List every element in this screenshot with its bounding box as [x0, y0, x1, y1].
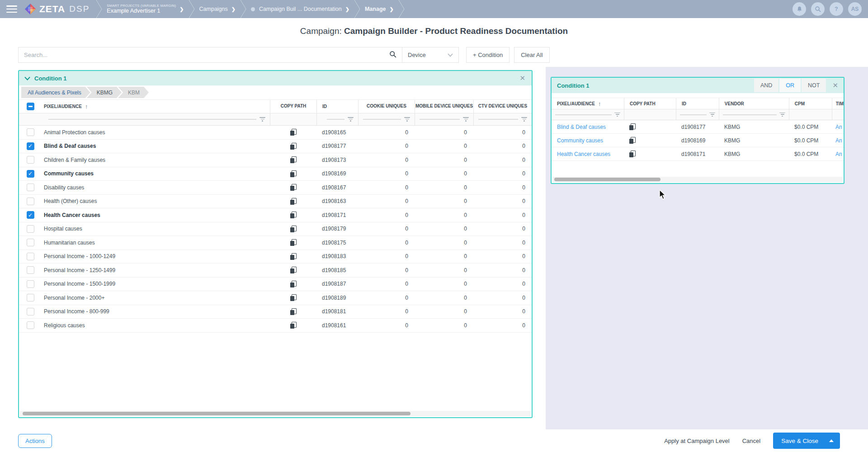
copy-path-icon[interactable] [290, 239, 297, 246]
select-all-checkbox[interactable] [27, 103, 34, 110]
scrollbar-thumb[interactable] [554, 178, 660, 181]
column-vendor[interactable]: VENDOR [719, 98, 789, 109]
table-row[interactable]: Blind & Deaf causesd1908177000 [19, 140, 532, 154]
column-pixel-audience[interactable]: PIXEL/AUDIENCE ↑ [552, 98, 624, 109]
filter-input[interactable] [327, 119, 344, 120]
filter-input[interactable] [420, 119, 460, 120]
row-checkbox[interactable] [27, 184, 34, 191]
pixel-audience-link[interactable]: Health Cancer causes [552, 147, 624, 160]
sort-ascending-icon[interactable]: ↑ [598, 100, 601, 107]
table-row[interactable]: Health Cancer causesd1908171KBMG$0.0 CPM… [552, 147, 844, 161]
row-checkbox[interactable] [27, 128, 34, 136]
scrollbar-thumb[interactable] [23, 412, 410, 415]
copy-path-icon[interactable] [290, 322, 297, 329]
row-checkbox[interactable] [27, 308, 34, 315]
copy-path-icon[interactable] [290, 184, 297, 191]
breadcrumb-campaign-doc[interactable]: Campaign Buil ... Documentation ❯ [251, 6, 349, 12]
table-row[interactable]: Personal Income - 1000-1249d1908183000 [19, 250, 532, 264]
filter-icon[interactable] [779, 113, 785, 117]
copy-path-icon[interactable] [290, 308, 297, 315]
column-id[interactable]: ID [676, 98, 719, 109]
row-checkbox[interactable] [27, 198, 34, 205]
filter-input[interactable] [48, 119, 256, 120]
filter-icon[interactable] [259, 117, 265, 122]
row-checkbox[interactable] [27, 253, 34, 260]
filter-input[interactable] [363, 119, 401, 120]
row-checkbox[interactable] [27, 225, 34, 233]
table-row[interactable]: Hospital causesd1908179000 [19, 222, 532, 236]
copy-path-icon[interactable] [290, 143, 297, 150]
tab-all-audiences[interactable]: All Audiences & Pixels [21, 87, 90, 98]
column-id[interactable]: ID [316, 100, 358, 113]
pixel-audience-link[interactable]: Blind & Deaf causes [552, 120, 624, 133]
row-checkbox[interactable] [27, 294, 34, 301]
copy-path-icon[interactable] [629, 123, 636, 130]
copy-path-icon[interactable] [629, 151, 636, 157]
apply-campaign-level-link[interactable]: Apply at Campaign Level [664, 438, 730, 444]
operator-and-button[interactable]: AND [754, 79, 778, 92]
actions-button[interactable]: Actions [18, 434, 52, 448]
table-row[interactable]: Health (Other) causesd1908163000 [19, 195, 532, 209]
table-row[interactable]: Community causesd1908169000 [19, 167, 532, 181]
close-icon[interactable]: ✕ [513, 74, 532, 82]
copy-path-icon[interactable] [290, 198, 297, 205]
row-checkbox[interactable] [27, 170, 34, 178]
copy-path-icon[interactable] [290, 212, 297, 218]
operator-or-button[interactable]: OR [779, 79, 801, 92]
table-row[interactable]: Blind & Deaf causesd1908177KBMG$0.0 CPMA… [552, 120, 844, 134]
column-mobile-uniques[interactable]: MOBILE DEVICE UNIQUES [415, 100, 473, 113]
search-input[interactable] [19, 52, 389, 58]
row-checkbox[interactable] [27, 156, 34, 164]
clear-all-button[interactable]: Clear All [514, 47, 549, 63]
table-row[interactable]: Health Cancer causesd1908171000 [19, 208, 532, 222]
filter-icon[interactable] [463, 117, 469, 122]
filter-icon[interactable] [348, 117, 354, 122]
pixel-audience-link[interactable]: Community causes [552, 134, 624, 147]
column-ctv-uniques[interactable]: CTV DEVICE UNIQUES [473, 100, 532, 113]
close-icon[interactable]: ✕ [827, 81, 844, 89]
copy-path-icon[interactable] [629, 137, 636, 144]
filter-icon[interactable] [521, 117, 527, 122]
column-tim[interactable]: TIM [832, 98, 844, 109]
row-checkbox[interactable] [27, 211, 34, 219]
table-row[interactable]: Humanitarian causesd1908175000 [19, 236, 532, 250]
zeta-dsp-logo[interactable]: ZETA DSP [24, 3, 90, 15]
notifications-bell-icon[interactable] [793, 2, 806, 16]
table-row[interactable]: Personal Income - 800-999d1908181000 [19, 305, 532, 319]
table-row[interactable]: Community causesd1908169KBMG$0.0 CPMAn [552, 134, 844, 147]
tab-kbm[interactable]: KBM [118, 87, 149, 98]
filter-icon[interactable] [404, 117, 410, 122]
table-row[interactable]: Personal Income - 1250-1499d1908185000 [19, 264, 532, 278]
breadcrumb-campaigns[interactable]: Campaigns ❯ [199, 6, 236, 12]
search-icon[interactable] [389, 51, 396, 60]
horizontal-scrollbar[interactable] [20, 411, 531, 416]
hamburger-menu-icon[interactable] [6, 5, 17, 13]
table-row[interactable]: Personal Income - 2000+d1908189000 [19, 291, 532, 305]
row-checkbox[interactable] [27, 280, 34, 288]
copy-path-icon[interactable] [290, 253, 297, 260]
column-cpm[interactable]: CPM [789, 98, 832, 109]
save-options-caret[interactable] [826, 433, 840, 449]
copy-path-icon[interactable] [290, 294, 297, 301]
table-row[interactable]: Religious causesd1908161000 [19, 319, 532, 333]
operator-not-button[interactable]: NOT [802, 79, 826, 92]
copy-path-icon[interactable] [290, 170, 297, 177]
copy-path-icon[interactable] [290, 267, 297, 273]
row-checkbox[interactable] [27, 239, 34, 246]
tab-kbmg[interactable]: KBMG [87, 87, 122, 98]
filter-input[interactable] [680, 114, 707, 115]
global-search-icon[interactable] [811, 2, 825, 16]
avatar[interactable]: AS [848, 2, 862, 16]
cancel-button[interactable]: Cancel [742, 438, 760, 444]
column-cookie-uniques[interactable]: COOKIE UNIQUES [358, 100, 415, 113]
row-checkbox[interactable] [27, 142, 34, 150]
device-dropdown[interactable]: Device [402, 47, 459, 63]
copy-path-icon[interactable] [290, 226, 297, 232]
row-checkbox[interactable] [27, 266, 34, 274]
filter-icon[interactable] [614, 113, 620, 117]
row-checkbox[interactable] [27, 321, 34, 329]
add-condition-button[interactable]: + Condition [466, 47, 509, 63]
table-row[interactable]: Disability causesd1908167000 [19, 181, 532, 195]
breadcrumb-advertiser[interactable]: SMART PROJECTS (VARIABLE MARGIN) Example… [107, 4, 184, 15]
collapse-chevron-icon[interactable] [24, 76, 30, 80]
